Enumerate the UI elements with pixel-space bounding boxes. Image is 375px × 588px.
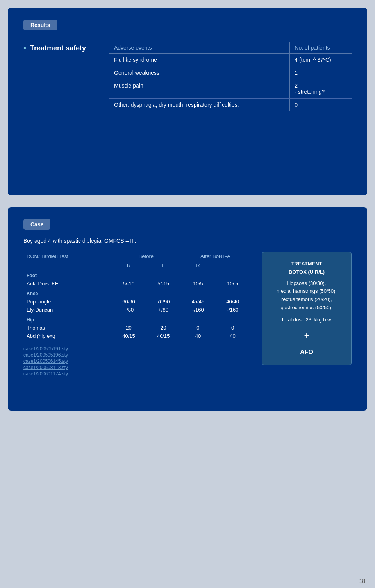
rom-data-row: Ely-Duncan+/80+/80-/160-/160	[23, 306, 250, 314]
rom-table: ROM/ Tardieu Test Before After BoNT-A R …	[23, 252, 250, 340]
col2-header: No. of patients	[290, 42, 352, 54]
rom-cell-label: Ank. Dors. KE	[23, 280, 111, 288]
rom-cell-bR: 20	[111, 324, 146, 332]
rom-cell-label: Abd (hip ext)	[23, 332, 111, 340]
adverse-row: Flu like syndrome4 (tem. ^ 37ºC)	[109, 54, 352, 66]
rom-cell-bL: +/80	[146, 306, 181, 314]
rom-header-label: ROM/ Tardieu Test	[23, 252, 111, 261]
adverse-row: Muscle pain2 - stretching?	[109, 79, 352, 99]
rom-subheader-empty	[23, 261, 111, 270]
adverse-patients: 0	[290, 99, 352, 111]
treatment-afo: AFO	[269, 347, 344, 357]
treatment-box: TREATMENT BOTOX (U R/L) iliopsoas (30/30…	[262, 252, 352, 365]
rom-cell-aL: 0	[215, 324, 250, 332]
adverse-patients: 1	[290, 66, 352, 79]
rom-subheader-br: R	[111, 261, 146, 270]
rom-section-header: Foot	[23, 270, 250, 280]
rom-section-header: Knee	[23, 288, 250, 298]
adverse-event: Muscle pain	[109, 79, 290, 99]
rom-cell-bR: 5/-10	[111, 280, 146, 288]
page-container: Results • Treatment safety Adverse event…	[0, 0, 375, 588]
rom-subheader-al: L	[215, 261, 250, 270]
adverse-event: Flu like syndrome	[109, 54, 290, 66]
rom-section: ROM/ Tardieu Test Before After BoNT-A R …	[23, 252, 250, 377]
adverse-patients: 2 - stretching?	[290, 79, 352, 99]
treatment-plus: +	[269, 329, 344, 342]
rom-cell-aL: 40/40	[215, 298, 250, 306]
adverse-events-table: Adverse events No. of patients Flu like …	[109, 42, 352, 111]
adverse-table-container: Adverse events No. of patients Flu like …	[109, 42, 352, 111]
rom-subheader-bl: L	[146, 261, 181, 270]
treatment-title: TREATMENT BOTOX (U R/L)	[269, 260, 344, 276]
page-number: 18	[359, 578, 365, 584]
rom-cell-aL: 40	[215, 332, 250, 340]
slide2: Case Boy aged 4 with spastic diplegia. G…	[8, 207, 367, 411]
adverse-event: General weakness	[109, 66, 290, 79]
adverse-patients: 4 (tem. ^ 37ºC)	[290, 54, 352, 66]
slide1: Results • Treatment safety Adverse event…	[8, 8, 367, 195]
rom-header-before: Before	[111, 252, 180, 261]
rom-cell-aL: -/160	[215, 306, 250, 314]
slide2-body: ROM/ Tardieu Test Before After BoNT-A R …	[23, 252, 352, 377]
rom-cell-aR: 40	[181, 332, 216, 340]
rom-cell-bL: 70/90	[146, 298, 181, 306]
rom-header-after: After BoNT-A	[181, 252, 250, 261]
rom-cell-aR: 10/5	[181, 280, 216, 288]
rom-cell-bR: 60/90	[111, 298, 146, 306]
rom-cell-label: Thomas	[23, 324, 111, 332]
rom-cell-label: Pop. angle	[23, 298, 111, 306]
treatment-details: iliopsoas (30/30), medial hamstrings (50…	[269, 280, 344, 312]
rom-cell-bR: +/80	[111, 306, 146, 314]
file-link[interactable]: case1\200505191.sty	[23, 346, 250, 351]
rom-cell-aR: -/160	[181, 306, 216, 314]
rom-cell-aL: 10/ 5	[215, 280, 250, 288]
slide2-subtitle: Boy aged 4 with spastic diplegia. GMFCS …	[23, 238, 352, 244]
treatment-total-dose: Total dose 23U/kg b.w.	[269, 316, 344, 324]
rom-cell-aR: 0	[181, 324, 216, 332]
rom-cell-aR: 45/45	[181, 298, 216, 306]
file-link[interactable]: case1\200508113.sty	[23, 365, 250, 370]
slide1-content: • Treatment safety Adverse events No. of…	[23, 42, 352, 111]
rom-data-row: Thomas202000	[23, 324, 250, 332]
file-link[interactable]: case1\200506145.sty	[23, 359, 250, 364]
file-links: case1\200505191.stycase1\200505196.styca…	[23, 346, 250, 376]
rom-subheader-ar: R	[181, 261, 216, 270]
rom-cell-bR: 40/15	[111, 332, 146, 340]
file-link[interactable]: case1\200601174.sty	[23, 371, 250, 376]
adverse-row: Other: dysphagia, dry mouth, respiratory…	[109, 99, 352, 111]
adverse-row: General weakness1	[109, 66, 352, 79]
file-link[interactable]: case1\200505196.sty	[23, 352, 250, 358]
rom-data-row: Pop. angle60/9070/9045/4540/40	[23, 298, 250, 306]
rom-data-row: Abd (hip ext)40/1540/154040	[23, 332, 250, 340]
case-badge: Case	[23, 219, 50, 230]
bullet-icon: •	[23, 44, 26, 52]
rom-data-row: Ank. Dors. KE5/-105/-1510/510/ 5	[23, 280, 250, 288]
rom-cell-bL: 20	[146, 324, 181, 332]
rom-section-header: Hip	[23, 314, 250, 324]
adverse-event: Other: dysphagia, dry mouth, respiratory…	[109, 99, 290, 111]
rom-cell-label: Ely-Duncan	[23, 306, 111, 314]
rom-cell-bL: 5/-15	[146, 280, 181, 288]
results-badge: Results	[23, 20, 57, 30]
treatment-safety-label: • Treatment safety	[23, 44, 94, 52]
col1-header: Adverse events	[109, 42, 290, 54]
rom-cell-bL: 40/15	[146, 332, 181, 340]
